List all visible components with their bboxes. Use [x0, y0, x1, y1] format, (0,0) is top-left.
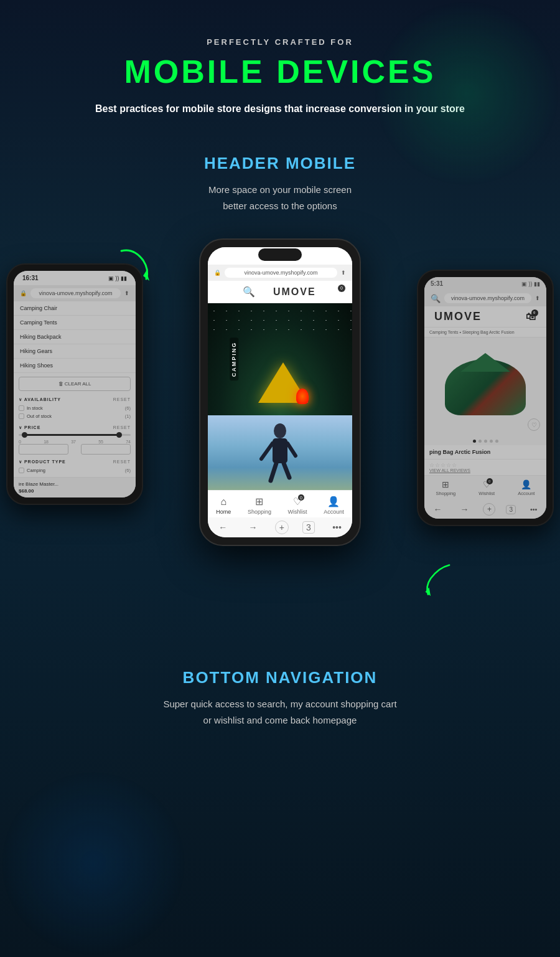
availability-section: ∨ AVAILABILITY RESET In stock (6)	[14, 395, 136, 423]
svg-rect-2	[273, 438, 287, 463]
arrow-left-decoration	[109, 245, 159, 285]
price-min-input[interactable]: 0	[19, 444, 68, 455]
svg-line-3	[261, 443, 273, 459]
right-time: 5:31	[431, 280, 443, 287]
tabs-count[interactable]: 3	[302, 521, 315, 534]
dot-2	[478, 440, 482, 443]
product-price: $68.00	[19, 488, 131, 494]
left-url-bar: vinova-umove.myshopify.com	[30, 288, 121, 298]
right-cart-badge: 0	[531, 309, 538, 316]
in-stock-option[interactable]: In stock (6)	[19, 404, 131, 412]
header-mobile-title: HEADER MOBILE	[12, 154, 548, 173]
nav-account[interactable]: 👤 Account	[324, 496, 344, 515]
bottom-nav-desc: Super quick access to search, my account…	[12, 696, 548, 728]
right-wishlist-btn[interactable]: ♡	[528, 418, 540, 431]
right-status-icons: ▣ )) ▮▮	[521, 281, 540, 287]
product-type-section: ∨ PRODUCT TYPE RESET Camping (6)	[14, 457, 136, 477]
right-nav-shopping[interactable]: ⊞ Shopping	[436, 479, 456, 496]
main-title: MOBILE DEVICES	[12, 53, 548, 90]
availability-title: ∨ AVAILABILITY	[19, 397, 61, 402]
header-mobile-section: HEADER MOBILE More space on your mobile …	[0, 129, 560, 226]
right-plus-icon[interactable]: +	[483, 503, 495, 516]
out-of-stock-checkbox[interactable]	[19, 413, 24, 419]
arrow-right-decoration	[414, 560, 464, 600]
view-all-reviews[interactable]: VIEW ALL REVIEWS	[429, 468, 470, 473]
price-max-input[interactable]: 74	[81, 444, 131, 455]
center-phone-status: ◁ )) ▮▮	[326, 253, 343, 259]
price-reset[interactable]: RESET	[113, 425, 131, 430]
cart-badge: 0	[338, 285, 345, 292]
camping-checkbox[interactable]	[19, 468, 24, 473]
filter-item-2[interactable]: Camping Tents	[14, 316, 136, 330]
price-dash: —	[72, 446, 77, 452]
center-phone: 16:30 ◁ )) ▮▮ 🔒 vinova-umove.myshopify.c…	[199, 238, 361, 546]
svg-line-5	[271, 463, 276, 481]
right-forward-icon[interactable]: →	[456, 503, 472, 516]
umove-logo: UMOVE	[273, 286, 316, 298]
nav-wishlist[interactable]: ♡ 0 Wishlist	[288, 496, 307, 515]
shopping-icon: ⊞	[255, 496, 263, 507]
plus-icon[interactable]: +	[275, 521, 289, 534]
in-stock-checkbox[interactable]	[19, 405, 24, 411]
right-more-icon[interactable]: •••	[526, 504, 541, 514]
svg-point-1	[274, 423, 286, 438]
product-type-reset[interactable]: RESET	[113, 460, 131, 464]
right-phone: 5:31 ▣ )) ▮▮ 🔍 vinova-umove.myshopify.co…	[417, 270, 554, 526]
right-search-icon[interactable]: 🔍	[431, 294, 441, 303]
clear-all-button[interactable]: 🗑 CLEAR ALL	[19, 377, 131, 391]
svg-line-4	[287, 443, 296, 456]
search-icon[interactable]: 🔍	[243, 286, 255, 298]
star-5: ☆	[452, 462, 457, 468]
product-preview: ire Blaze Master... $68.00	[14, 477, 136, 497]
tent-product-image	[445, 359, 526, 415]
filter-item-5[interactable]: Hiking Shoes	[14, 359, 136, 373]
right-share-icon: ⬆	[535, 295, 540, 301]
right-breadcrumb: Camping Tents • Sleeping Bag Arctic Fusi…	[424, 328, 546, 337]
nav-home[interactable]: ⌂ Home	[216, 496, 231, 515]
filter-item-3[interactable]: Hiking Backpack	[14, 330, 136, 344]
price-slider[interactable]	[19, 434, 131, 436]
product-type-title: ∨ PRODUCT TYPE	[19, 460, 66, 464]
out-of-stock-option[interactable]: Out of stock (1)	[19, 412, 131, 420]
center-second-image	[208, 415, 352, 490]
right-nav-account[interactable]: 👤 Account	[518, 479, 534, 496]
right-account-icon: 👤	[521, 479, 531, 489]
left-share-icon: ⬆	[124, 290, 129, 296]
left-phone-time: 16:31	[22, 275, 39, 281]
star-1: ☆	[429, 462, 434, 468]
camping-option[interactable]: Camping (6)	[19, 466, 131, 474]
right-back-icon[interactable]: ←	[429, 503, 446, 516]
nav-shopping[interactable]: ⊞ Shopping	[248, 496, 271, 515]
right-nav-wishlist[interactable]: ♡ 0 Wishlist	[478, 479, 495, 496]
back-icon[interactable]: ←	[215, 521, 231, 534]
right-product-title: ping Bag Arctic Fusion	[424, 445, 546, 460]
center-share-icon: ⬆	[341, 270, 346, 276]
right-bottom-nav: ⊞ Shopping ♡ 0 Wishlist 👤 Acc	[424, 476, 546, 500]
right-tabs[interactable]: 3	[506, 505, 516, 514]
phones-container: 16:31 ▣ )) ▮▮ 🔒 vinova-umove.myshopify.c…	[0, 226, 560, 649]
star-4: ☆	[446, 462, 451, 468]
fire-glow	[296, 389, 309, 404]
bottom-nav-title: BOTTOM NAVIGATION	[12, 668, 548, 687]
forward-icon[interactable]: →	[245, 521, 261, 534]
header-mobile-desc: More space on your mobile screen better …	[12, 182, 548, 214]
filter-item-4[interactable]: Hiking Gears	[14, 344, 136, 359]
dot-3	[484, 440, 487, 443]
description: Best practices for mobile store designs …	[93, 101, 467, 116]
dot-4	[490, 440, 493, 443]
subtitle: PERFECTLY CRAFTED FOR	[12, 37, 548, 47]
right-product-image: ♡	[424, 337, 546, 437]
filter-item-1[interactable]: Camping Chair	[14, 301, 136, 316]
account-icon: 👤	[327, 496, 340, 507]
trash-icon: 🗑	[58, 381, 63, 387]
home-icon: ⌂	[220, 496, 226, 507]
right-status-bar: 5:31 ▣ )) ▮▮	[424, 277, 546, 290]
center-bottom-nav: ⌂ Home ⊞ Shopping ♡ 0 Wishlist	[208, 490, 352, 517]
menu-icon[interactable]: ☰	[217, 286, 225, 298]
right-url: vinova-umove.myshopify.com	[444, 293, 531, 303]
right-wishlist-badge: 0	[487, 478, 493, 484]
left-phone: 16:31 ▣ )) ▮▮ 🔒 vinova-umove.myshopify.c…	[6, 263, 143, 505]
price-title: ∨ PRICE	[19, 425, 40, 430]
more-icon[interactable]: •••	[329, 521, 345, 534]
availability-reset[interactable]: RESET	[113, 397, 131, 402]
